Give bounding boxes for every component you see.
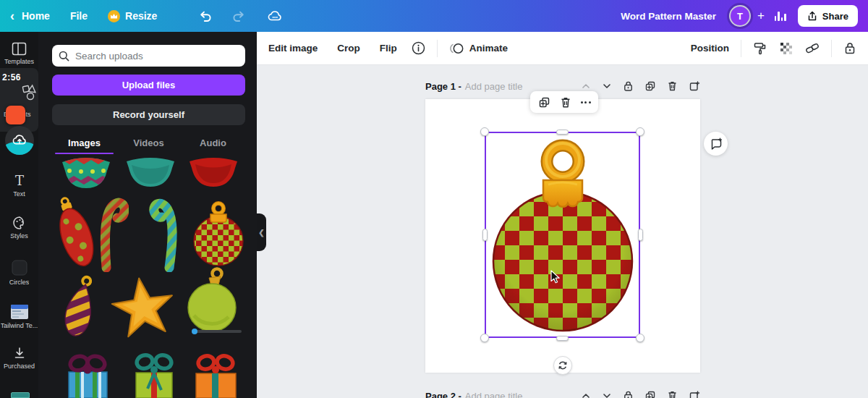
back-chevron-icon[interactable]: ‹ — [10, 9, 14, 24]
styles-palette-icon — [12, 216, 27, 230]
upload-thumb-red-candy-cane[interactable] — [97, 194, 129, 272]
lock-page-icon[interactable] — [623, 80, 634, 92]
templates-icon — [12, 42, 27, 56]
cloud-save-icon[interactable] — [267, 9, 283, 23]
resize-button[interactable]: Resize — [108, 10, 157, 22]
file-menu[interactable]: File — [70, 10, 88, 22]
home-button[interactable]: Home — [22, 10, 50, 22]
upload-thumb-purple-striped-ornament[interactable] — [56, 274, 103, 339]
recording-timer: 2:56 — [2, 72, 21, 82]
tab-videos[interactable]: Videos — [116, 137, 181, 154]
progress-playhead[interactable] — [192, 329, 197, 334]
transparency-icon[interactable] — [780, 42, 793, 55]
search-uploads-input[interactable] — [75, 51, 239, 62]
upload-thumb-checkered-ornament[interactable] — [192, 200, 244, 268]
upload-thumb-red-ornament-half[interactable] — [187, 158, 240, 188]
resize-handle-w[interactable] — [482, 229, 488, 241]
svg-text:T: T — [14, 174, 23, 188]
circles-app-icon — [11, 259, 28, 276]
add-page-icon[interactable] — [689, 390, 700, 398]
tab-audio[interactable]: Audio — [181, 137, 245, 154]
lock-icon[interactable] — [843, 41, 856, 55]
add-page-icon[interactable] — [689, 80, 700, 92]
upload-thumb-green-gift[interactable] — [132, 351, 176, 398]
crop-button[interactable]: Crop — [337, 43, 360, 54]
upload-files-button[interactable]: Upload files — [52, 75, 245, 96]
delete-icon[interactable] — [560, 96, 571, 109]
upload-thumb-gold-star[interactable] — [110, 275, 176, 339]
record-yourself-button[interactable]: Record yourself — [52, 104, 245, 125]
sidebar-item-circles[interactable]: Circles — [0, 259, 38, 286]
duplicate-icon[interactable] — [538, 96, 550, 109]
share-upload-icon — [807, 11, 817, 22]
dragged-element-thumb[interactable] — [6, 106, 25, 124]
selection-toolbar — [530, 91, 598, 113]
document-title[interactable]: Word Pattern Master — [621, 11, 716, 22]
panel-collapse-handle[interactable]: ❮ — [257, 213, 266, 251]
upload-thumb-teal-candy-cane[interactable] — [147, 194, 183, 272]
tailwind-thumbnail-icon — [10, 304, 29, 320]
link-icon[interactable] — [805, 41, 820, 56]
sidebar-item-partial[interactable] — [11, 392, 30, 398]
move-page-up-icon[interactable] — [581, 391, 591, 398]
duplicate-page-icon[interactable] — [644, 80, 656, 92]
upload-thumb-orange-gift[interactable] — [192, 352, 239, 398]
position-button[interactable]: Position — [691, 43, 729, 54]
more-options-icon[interactable] — [581, 101, 591, 103]
purchased-download-icon — [12, 346, 27, 360]
context-toolbar: Edit image Crop Flip Animate Position — [257, 32, 868, 65]
resize-handle-nw[interactable] — [480, 127, 489, 136]
resize-handle-se[interactable] — [636, 334, 644, 342]
rotate-page-button[interactable] — [553, 356, 572, 375]
upload-thumb-zigzag-ornament[interactable] — [59, 158, 113, 188]
upload-thumb-green-ornament[interactable] — [185, 266, 239, 333]
sidebar-item-templates[interactable]: Templates — [0, 42, 38, 65]
sidebar-item-elements[interactable]: 2:56 Elements — [0, 68, 38, 132]
move-page-down-icon[interactable] — [602, 81, 612, 91]
undo-button[interactable] — [197, 9, 212, 23]
sidebar-item-uploads[interactable] — [0, 126, 38, 155]
info-icon[interactable] — [412, 41, 425, 55]
flip-button[interactable]: Flip — [380, 43, 397, 54]
move-page-up-icon[interactable] — [581, 81, 591, 91]
page1-title-input[interactable]: Add page title — [465, 81, 523, 92]
tab-images[interactable]: Images — [52, 137, 116, 154]
upload-thumb-red-dotted-ornament[interactable] — [56, 197, 94, 269]
redo-button[interactable] — [232, 9, 247, 23]
resize-handle-sw[interactable] — [480, 334, 489, 342]
insights-chart-icon[interactable] — [775, 11, 786, 21]
search-uploads-box[interactable] — [52, 45, 245, 67]
sidebar-item-styles[interactable]: Styles — [0, 216, 38, 240]
resize-handle-n[interactable] — [556, 130, 569, 135]
duplicate-page-icon[interactable] — [644, 390, 656, 398]
add-member-button[interactable]: + — [757, 9, 765, 23]
avatar[interactable]: T — [729, 5, 751, 27]
sidebar-rail: Templates 2:56 Elements T Text Sty — [0, 32, 38, 398]
elements-shapes-icon — [22, 84, 38, 101]
animate-button[interactable]: Animate — [449, 42, 508, 55]
sidebar-item-tailwind[interactable]: Tailwind Te... — [0, 304, 38, 329]
resize-handle-ne[interactable] — [636, 127, 644, 136]
sidebar-item-text[interactable]: T Text — [0, 174, 38, 198]
delete-page-icon[interactable] — [667, 80, 678, 92]
crown-icon — [108, 10, 120, 22]
add-comment-button[interactable] — [704, 132, 728, 156]
lock-page-icon[interactable] — [623, 390, 634, 398]
edit-image-button[interactable]: Edit image — [268, 43, 318, 54]
move-page-down-icon[interactable] — [602, 391, 612, 398]
delete-page-icon[interactable] — [667, 390, 678, 398]
resize-handle-s[interactable] — [556, 336, 569, 341]
sidebar-item-purchased[interactable]: Purchased — [0, 346, 38, 370]
page2-title-input[interactable]: Add page title — [465, 391, 523, 398]
canvas-area: Page 1 - Add page title — [257, 65, 868, 398]
top-bar: ‹ Home File Resize Word Pattern Master T… — [0, 0, 868, 32]
video-progress-bar — [194, 330, 242, 333]
upload-thumb-teal-ornament-half[interactable] — [124, 158, 176, 188]
uploads-panel: Upload files Record yourself Images Vide… — [38, 32, 257, 398]
paint-roller-icon[interactable] — [753, 41, 767, 56]
animate-icon — [449, 42, 464, 55]
resize-handle-e[interactable] — [638, 229, 643, 241]
upload-thumb-blue-gift[interactable] — [64, 352, 111, 398]
selection-box — [485, 132, 640, 338]
share-button[interactable]: Share — [798, 5, 858, 27]
